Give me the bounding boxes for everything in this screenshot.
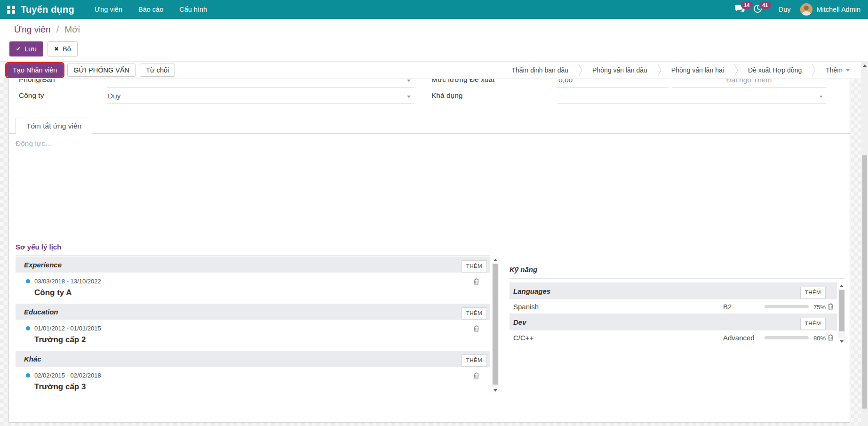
entry-dates: 03/03/2018 - 13/10/2022 [34,278,101,285]
timeline-dot-icon [26,326,30,330]
resume-section-title: Sơ yếu lý lịch [16,243,490,256]
stage-pipeline: Thẩm định ban đầu Phỏng vấn lần đầu Phỏn… [502,62,854,79]
entry-title: Công ty A [34,288,72,297]
discard-button[interactable]: ✖ Bỏ [48,41,78,56]
activities-button[interactable]: 41 [749,0,766,19]
scroll-thumb[interactable] [839,290,844,331]
stage-separator-icon [578,64,582,77]
breadcrumb: Ứng viên / Mới [14,24,80,35]
scroll-thumb[interactable] [493,264,498,385]
breadcrumb-current: Mới [64,24,80,34]
entry-dates: 01/01/2012 - 01/01/2015 [34,325,101,332]
resume-list: Experience THÊM 03/03/2018 - 13/10/2022 … [16,257,490,398]
delete-entry-button[interactable] [473,372,479,381]
skill-row[interactable]: Spanish B2 75% [510,299,837,313]
add-other-button[interactable]: THÊM [462,354,487,367]
scroll-down-button[interactable] [492,387,499,394]
top-nav-bar: Tuyển dụng Ứng viên Báo cáo Cấu hình 14 [0,0,868,19]
nav-item-reporting[interactable]: Báo cáo [130,0,171,19]
dropdown-caret-icon [407,96,411,98]
statusbar: Tạo Nhân viên GỬI PHỎNG VẤN Từ chối Thẩm… [0,61,861,79]
delete-skill-button[interactable] [828,334,834,343]
skill-row[interactable]: C/C++ Advanced 80% [510,330,837,345]
form-sheet: Phòng/Ban Công ty Duy Mức lương Đề xuất … [8,61,850,423]
add-language-skill-button[interactable]: THÊM [800,287,826,299]
entry-title: Trường cấp 2 [34,335,86,345]
scroll-up-button[interactable] [838,282,845,289]
availability-label: Khả dụng [431,91,462,100]
app-title[interactable]: Tuyển dụng [21,4,74,15]
notebook-border [9,133,850,134]
delete-entry-button[interactable] [473,325,479,334]
skill-percent: 80% [813,335,826,342]
timeline-dot-icon [26,373,30,378]
delete-skill-button[interactable] [828,303,834,312]
skill-name: Spanish [513,303,539,311]
skill-percent: 75% [813,304,826,311]
availability-field[interactable] [557,90,826,104]
skills-section-title: Kỹ năng [510,265,844,279]
avatar [800,3,812,16]
page-scrollbar[interactable] [861,61,868,426]
chevron-down-icon [846,69,850,72]
scroll-up-button[interactable] [492,257,499,263]
stage-first-interview[interactable]: Phỏng vấn lần đầu [582,66,657,74]
resume-section-header: Experience THÊM [16,257,490,273]
user-name: Mitchell Admin [817,6,860,13]
skills-scrollbar[interactable] [838,282,845,345]
messages-button[interactable]: 14 [731,0,749,19]
scroll-up-button[interactable] [861,62,868,69]
skills-list: Languages THÊM Spanish B2 75% Dev THÊM C… [510,282,845,345]
tab-candidate-summary[interactable]: Tóm tắt ứng viên [16,118,92,134]
motivation-field[interactable]: Động lực... [16,139,721,233]
add-dev-skill-button[interactable]: THÊM [800,318,826,330]
resume-scrollbar[interactable] [492,257,499,394]
company-field[interactable]: Duy [107,90,414,104]
scroll-down-button[interactable] [838,338,845,345]
stage-separator-icon [657,64,661,77]
resume-entry[interactable]: 01/01/2012 - 01/01/2015 Trường cấp 2 [16,320,490,351]
breadcrumb-parent-link[interactable]: Ứng viên [14,24,51,34]
check-icon: ✔ [16,46,21,53]
dropdown-caret-icon [407,80,411,82]
send-interview-button[interactable]: GỬI PHỎNG VẤN [67,64,135,77]
resume-section-header: Khác THÊM [16,351,490,367]
breadcrumb-separator: / [56,24,59,34]
resume-entry[interactable]: 02/02/2015 - 02/02/2018 Trường cấp 3 [16,367,490,398]
company-switcher[interactable]: Duy [779,6,791,13]
skill-level: B2 [723,303,732,311]
skill-name: C/C++ [513,334,534,342]
delete-entry-button[interactable] [473,278,479,287]
skill-group-header: Dev THÊM [510,313,837,330]
skill-group-header: Languages THÊM [510,282,837,299]
recruitment-form-screen: Tuyển dụng Ứng viên Báo cáo Cấu hình 14 [0,0,868,426]
entry-dates: 02/02/2015 - 02/02/2018 [34,372,101,379]
skill-level: Advanced [723,334,755,342]
apps-menu-icon[interactable] [7,6,15,14]
save-button[interactable]: ✔ Lưu [9,41,43,56]
refuse-button[interactable]: Từ chối [140,64,175,77]
user-menu[interactable]: Mitchell Admin [800,3,860,16]
activities-badge: 41 [759,1,771,9]
entry-title: Trường cấp 3 [34,382,86,392]
scroll-thumb[interactable] [862,155,867,409]
stage-contract-proposal[interactable]: Đề xuất Hợp đồng [738,66,812,74]
resume-section-header: Education THÊM [16,304,490,320]
add-education-button[interactable]: THÊM [462,307,487,320]
nav-item-configuration[interactable]: Cấu hình [171,0,215,19]
datepicker-caret-icon [820,96,822,98]
resume-entry[interactable]: 03/03/2018 - 13/10/2022 Công ty A [16,273,490,304]
add-experience-button[interactable]: THÊM [462,260,487,273]
create-employee-button[interactable]: Tạo Nhân viên [7,64,63,77]
nav-item-applicants[interactable]: Ứng viên [87,0,130,19]
stage-more-button[interactable]: Thêm [816,66,854,74]
skill-progress-bar [764,305,809,308]
stage-separator-icon [812,64,816,77]
stage-second-interview[interactable]: Phỏng vấn lần hai [661,66,734,74]
stage-initial-qualification[interactable]: Thẩm định ban đầu [502,66,578,74]
skill-progress-bar [764,336,809,339]
stage-separator-icon [734,64,738,77]
company-label: Công ty [19,91,44,100]
timeline-dot-icon [26,279,30,283]
x-icon: ✖ [54,46,59,53]
